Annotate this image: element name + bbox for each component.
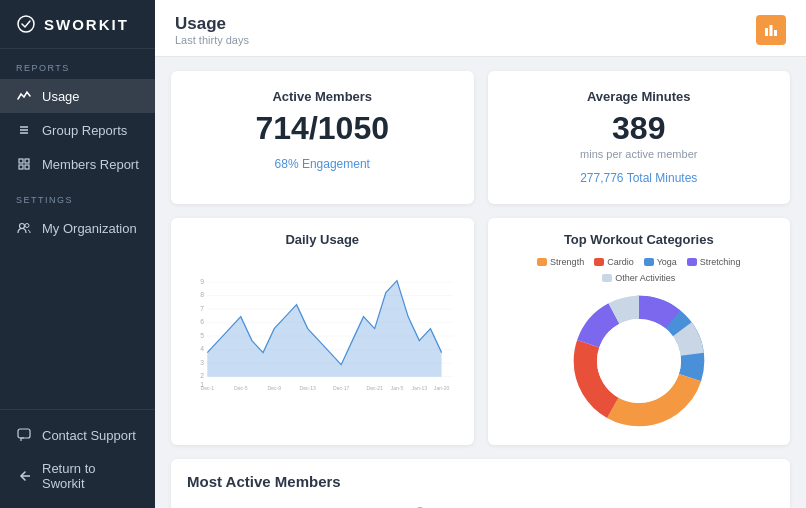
col-name: NAME (187, 500, 316, 508)
sidebar-item-label: Return to Sworkit (42, 461, 139, 491)
active-members-value: 714/1050 (191, 112, 454, 144)
chat-icon (16, 427, 32, 443)
stat-cards: Active Members 714/1050 68% Engagement A… (171, 71, 790, 204)
svg-rect-6 (19, 165, 23, 169)
svg-rect-7 (25, 165, 29, 169)
sidebar-item-return[interactable]: Return to Sworkit (0, 452, 155, 500)
svg-text:Jan-20: Jan-20 (434, 385, 450, 391)
legend-label: Cardio (607, 257, 634, 267)
daily-usage-card: Daily Usage 9 8 (171, 218, 474, 445)
svg-text:8: 8 (200, 291, 204, 298)
svg-rect-12 (765, 28, 768, 36)
active-members-card: Active Members 714/1050 68% Engagement (171, 71, 474, 204)
daily-usage-chart: 9 8 7 6 5 4 3 2 1 Dec-1 (187, 257, 458, 405)
sidebar-item-my-organization[interactable]: My Organization (0, 211, 155, 245)
charts-row: Daily Usage 9 8 (171, 218, 790, 445)
average-minutes-sub: mins per active member (508, 148, 771, 160)
sidebar-item-label: Contact Support (42, 428, 136, 443)
section-label-reports: REPORTS (0, 49, 155, 79)
svg-rect-14 (774, 30, 777, 36)
svg-point-9 (25, 224, 29, 228)
svg-text:Jan-5: Jan-5 (391, 385, 404, 391)
svg-text:5: 5 (200, 332, 204, 339)
col-active-days: ACTIVE DAYS i (316, 500, 449, 508)
main-content: Usage Last thirty days Active Members 71… (155, 0, 806, 508)
legend-label: Yoga (657, 257, 677, 267)
svg-rect-5 (25, 159, 29, 163)
svg-point-8 (20, 224, 25, 229)
logo-icon (16, 14, 36, 34)
section-reports: REPORTS Usage Group Reports Members Repo… (0, 49, 155, 181)
svg-rect-10 (18, 429, 30, 438)
svg-text:7: 7 (200, 305, 204, 312)
header-chart-icon (756, 15, 786, 45)
svg-marker-32 (207, 281, 441, 377)
col-minutes: MINUTES COMPLETED (601, 500, 774, 508)
top-categories-card: Top Workout Categories Strength Cardio Y… (488, 218, 791, 445)
logo-text: SWORKIT (44, 16, 129, 33)
page-subtitle: Last thirty days (175, 34, 249, 46)
sidebar-item-group-reports[interactable]: Group Reports (0, 113, 155, 147)
sidebar-item-contact-support[interactable]: Contact Support (0, 418, 155, 452)
active-members-title: Active Members (191, 89, 454, 104)
svg-text:Dec-21: Dec-21 (366, 385, 383, 391)
page-title: Usage (175, 14, 249, 34)
most-active-card: Most Active Members NAME ACTIVE DAYS i T… (171, 459, 790, 508)
wave-icon (16, 88, 32, 104)
list-icon (16, 122, 32, 138)
sidebar-item-label: My Organization (42, 221, 137, 236)
svg-text:Dec-9: Dec-9 (267, 385, 281, 391)
svg-rect-4 (19, 159, 23, 163)
section-label-settings: SETTINGS (0, 181, 155, 211)
svg-text:Jan-13: Jan-13 (412, 385, 428, 391)
arrow-left-icon (16, 468, 32, 484)
sidebar-bottom: Contact Support Return to Sworkit (0, 409, 155, 508)
donut-chart (569, 291, 709, 431)
average-minutes-card: Average Minutes 389 mins per active memb… (488, 71, 791, 204)
svg-rect-13 (770, 25, 773, 36)
donut-legend: Strength Cardio Yoga Stretching (504, 257, 775, 283)
svg-text:Dec-17: Dec-17 (333, 385, 350, 391)
grid-icon (16, 156, 32, 172)
legend-label: Stretching (700, 257, 741, 267)
daily-usage-title: Daily Usage (187, 232, 458, 247)
col-total-workouts: TOTAL WORKOUTS (449, 500, 600, 508)
sidebar-item-label: Usage (42, 89, 80, 104)
svg-text:2: 2 (200, 372, 204, 379)
legend-item-other: Other Activities (602, 273, 675, 283)
svg-text:6: 6 (200, 318, 204, 325)
legend-item-yoga: Yoga (644, 257, 677, 267)
legend-item-strength: Strength (537, 257, 584, 267)
top-categories-title: Top Workout Categories (504, 232, 775, 247)
section-settings: SETTINGS My Organization (0, 181, 155, 245)
svg-text:9: 9 (200, 278, 204, 285)
average-minutes-value: 389 (508, 112, 771, 144)
svg-text:3: 3 (200, 359, 204, 366)
legend-item-cardio: Cardio (594, 257, 634, 267)
average-minutes-title: Average Minutes (508, 89, 771, 104)
svg-point-47 (597, 319, 681, 403)
sidebar: SWORKIT REPORTS Usage Group Reports Memb… (0, 0, 155, 508)
legend-item-stretching: Stretching (687, 257, 741, 267)
most-active-table: NAME ACTIVE DAYS i TOTAL WORKOUTS MINUTE… (187, 500, 774, 508)
svg-text:Dec-1: Dec-1 (201, 385, 215, 391)
svg-text:Dec-5: Dec-5 (234, 385, 248, 391)
svg-text:4: 4 (200, 345, 204, 352)
sidebar-item-members-report[interactable]: Members Report (0, 147, 155, 181)
legend-label: Strength (550, 257, 584, 267)
sidebar-item-usage[interactable]: Usage (0, 79, 155, 113)
sidebar-logo: SWORKIT (0, 0, 155, 49)
svg-text:Dec-13: Dec-13 (300, 385, 317, 391)
page-header: Usage Last thirty days (155, 0, 806, 57)
sidebar-item-label: Members Report (42, 157, 139, 172)
svg-point-0 (18, 16, 34, 32)
sidebar-item-label: Group Reports (42, 123, 127, 138)
users-icon (16, 220, 32, 236)
most-active-title: Most Active Members (187, 473, 774, 490)
legend-label: Other Activities (615, 273, 675, 283)
total-minutes-link[interactable]: 277,776 Total Minutes (580, 171, 697, 185)
engagement-link[interactable]: 68% Engagement (275, 157, 370, 171)
